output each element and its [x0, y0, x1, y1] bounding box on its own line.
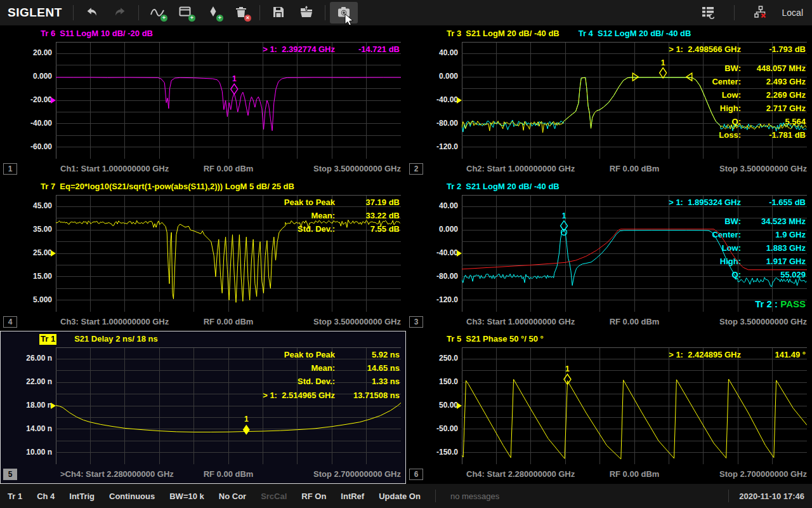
- redo-button[interactable]: [106, 2, 134, 23]
- y-axis-label: -40.00: [407, 95, 458, 104]
- y-axis-label: -40.00: [1, 119, 52, 128]
- reference-level-marker-icon[interactable]: [51, 250, 56, 257]
- status-item-bw-10-k[interactable]: BW=10 k: [169, 491, 204, 501]
- display-layout-icon: [700, 4, 716, 22]
- save-icon: [271, 4, 286, 22]
- channel-stop-label: Stop 3.500000000 GHz: [719, 164, 807, 173]
- trace-curve: [56, 220, 400, 302]
- window-number-badge: 4: [3, 316, 17, 328]
- status-item-no-cor[interactable]: No Cor: [219, 491, 246, 501]
- network-error-button[interactable]: [747, 2, 775, 23]
- trace-label[interactable]: S21 Delay 2 ns/ 18 ns: [73, 334, 159, 345]
- y-axis-label: 18.00 n: [1, 401, 52, 410]
- trace-plot[interactable]: [56, 195, 401, 314]
- status-item-intref[interactable]: IntRef: [341, 491, 364, 501]
- y-axis-label: 25.00: [1, 248, 52, 257]
- trace-label[interactable]: Tr 5 S21 Phase 50 °/ 50 °: [445, 334, 545, 345]
- status-item-ch-4[interactable]: Ch 4: [37, 491, 55, 501]
- reference-level-marker-icon[interactable]: [51, 97, 56, 104]
- trace-curve: [56, 77, 401, 131]
- add-marker-button[interactable]: +: [199, 2, 227, 23]
- trace-plot[interactable]: 1: [462, 42, 807, 161]
- toolbar-separator: [734, 5, 735, 20]
- toolbar-separator: [325, 5, 325, 20]
- trace-header: Tr 5 S21 Phase 50 °/ 50 °: [445, 334, 545, 345]
- open-button[interactable]: [292, 2, 320, 23]
- undo-icon: [84, 4, 100, 22]
- status-item-update-on[interactable]: Update On: [379, 491, 421, 501]
- add-badge-icon: +: [216, 15, 223, 22]
- channel-stop-label: Stop 2.700000000 GHz: [719, 469, 807, 479]
- y-axis-label: -60.00: [1, 142, 52, 151]
- status-item-srccal[interactable]: SrcCal: [261, 491, 287, 501]
- reference-level-marker-icon[interactable]: [457, 97, 462, 104]
- delete-button[interactable]: ×: [227, 2, 255, 23]
- trace-label[interactable]: Tr 1: [39, 334, 56, 345]
- status-item-rf-on[interactable]: RF On: [301, 491, 326, 501]
- marker-diamond-icon[interactable]: [243, 425, 250, 435]
- add-badge-icon: +: [160, 15, 167, 22]
- panel-5[interactable]: Tr 1S21 Delay 2 ns/ 18 ns26.00 n22.00 n1…: [0, 331, 406, 484]
- trace-header: Tr 6 S11 LogM 10 dB/ -20 dB: [39, 29, 154, 39]
- add-window-button[interactable]: +: [171, 2, 199, 23]
- channel-stop-label: Stop 3.500000000 GHz: [313, 164, 401, 173]
- trace-label[interactable]: Tr 2 S21 LogM 20 dB/ -40 dB: [445, 182, 561, 192]
- panel-6[interactable]: Tr 5 S21 Phase 50 °/ 50 °250.0150.050.00…: [406, 331, 812, 484]
- y-axis-label: -80.00: [407, 272, 458, 281]
- y-axis-label: 26.00 n: [1, 354, 52, 363]
- trace-header: Tr 2 S21 LogM 20 dB/ -40 dB: [445, 182, 561, 192]
- toolbar: SIGLENT +++× Local: [0, 0, 812, 25]
- panel-1[interactable]: Tr 6 S11 LogM 10 dB/ -20 dB20.000.000-20…: [0, 25, 406, 178]
- y-axis-label: 0.000: [407, 225, 458, 234]
- save-button[interactable]: [265, 2, 292, 23]
- y-axis-label: -150.0: [407, 448, 458, 457]
- y-axis-label: -50.00: [407, 424, 458, 433]
- status-item-continuous[interactable]: Continuous: [109, 491, 155, 501]
- toolbar-separator: [259, 5, 260, 20]
- y-axis-label: 14.00 n: [1, 424, 52, 433]
- trace-label[interactable]: Tr 4 S12 LogM 20 dB/ -40 dB: [577, 29, 693, 39]
- undo-button[interactable]: [78, 2, 106, 23]
- panel-4[interactable]: Tr 7 Eq=20*log10(S21/sqrt(1-pow(abs(S11)…: [0, 178, 406, 331]
- bw-right-marker-icon: [686, 73, 692, 81]
- panel-2[interactable]: Tr 3 S21 LogM 20 dB/ -40 dBTr 4 S12 LogM…: [406, 25, 812, 178]
- y-axis-label: 22.00 n: [1, 377, 52, 386]
- reference-level-marker-icon[interactable]: [457, 403, 462, 409]
- window-number-badge: 3: [409, 316, 423, 328]
- trace-plot[interactable]: 1: [462, 195, 807, 314]
- reference-level-marker-icon[interactable]: [457, 250, 462, 257]
- y-axis-label: -20.00: [1, 95, 52, 104]
- trace-plot[interactable]: 1: [56, 347, 401, 467]
- trace-plot[interactable]: 1: [56, 42, 401, 161]
- open-icon: [299, 4, 314, 22]
- marker-label: 1: [661, 58, 665, 67]
- panel-3[interactable]: Tr 2 S21 LogM 20 dB/ -40 dB40.000.000-40…: [406, 178, 812, 331]
- y-axis-label: -40.00: [407, 248, 458, 257]
- trace-header: Tr 7 Eq=20*log10(S21/sqrt(1-pow(abs(S11)…: [39, 182, 296, 192]
- trace-label[interactable]: Tr 6 S11 LogM 10 dB/ -20 dB: [39, 29, 154, 39]
- toolbar-right: Local: [694, 0, 812, 25]
- y-axis-label: 40.00: [407, 201, 458, 210]
- marker-label: 1: [565, 364, 570, 373]
- y-axis-label: 45.00: [1, 201, 52, 210]
- status-item-tr-1[interactable]: Tr 1: [8, 491, 22, 501]
- remove-badge-icon: ×: [244, 15, 251, 22]
- y-axis-label: 20.00: [1, 48, 52, 57]
- toolbar-right-buttons: [694, 2, 775, 23]
- trace-curve: [462, 231, 807, 287]
- channel-stop-label: Stop 3.500000000 GHz: [719, 317, 807, 326]
- status-item-inttrig[interactable]: IntTrig: [69, 491, 95, 501]
- trace-label[interactable]: Tr 7 Eq=20*log10(S21/sqrt(1-pow(abs(S11)…: [39, 182, 296, 192]
- reference-level-marker-icon[interactable]: [51, 403, 56, 409]
- channel-stop-label: Stop 3.500000000 GHz: [313, 317, 401, 326]
- y-axis-label: 150.0: [407, 377, 458, 386]
- marker-diamond-icon[interactable]: [660, 68, 667, 78]
- trace-label[interactable]: Tr 3 S21 LogM 20 dB/ -40 dB: [445, 29, 561, 39]
- trace-plot[interactable]: 1: [462, 347, 807, 467]
- display-layout-button[interactable]: [694, 2, 722, 23]
- marker-label: 1: [244, 415, 249, 424]
- add-trace-button[interactable]: +: [143, 2, 171, 23]
- trace-header: Tr 3 S21 LogM 20 dB/ -40 dBTr 4 S12 LogM…: [445, 29, 692, 39]
- y-axis-label: 35.00: [1, 225, 52, 234]
- status-bar-right: 2020-11-10 17:46: [728, 484, 812, 508]
